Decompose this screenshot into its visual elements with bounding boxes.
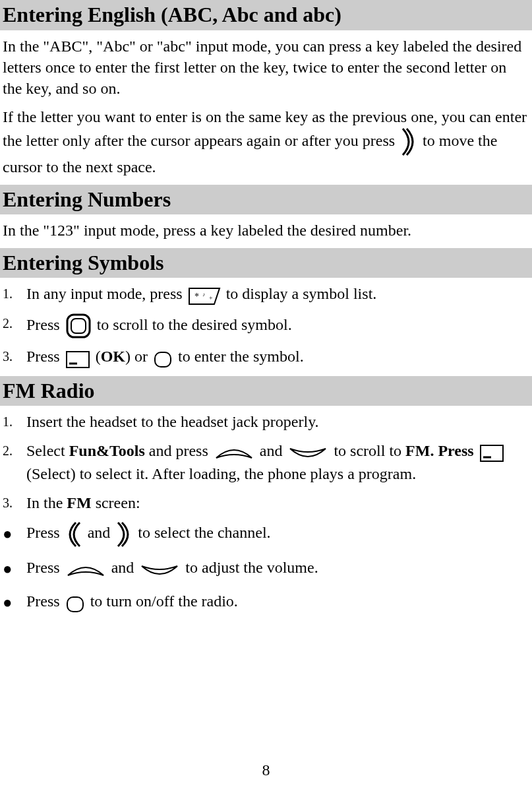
text: and — [88, 524, 115, 541]
text: and — [111, 559, 138, 576]
left-softkey-icon — [479, 441, 504, 464]
list-content: In any input mode, press * ♪ + to displa… — [26, 283, 532, 306]
section-header-english: Entering English (ABC, Abc and abc) — [0, 0, 532, 30]
svg-text:♪: ♪ — [202, 292, 205, 298]
fm-bullets: ● Press and to select the channel — [0, 521, 532, 614]
text: ) or — [125, 348, 152, 365]
list-content: In the FM screen: — [26, 492, 532, 515]
star-key-icon: * ♪ + — [188, 284, 221, 307]
para-english-2: If the letter you want to enter is on th… — [0, 106, 532, 185]
list-number: 2. — [3, 313, 26, 332]
list-item: 3. Press (OK) or to enter the symbol. — [3, 346, 532, 369]
svg-rect-10 — [67, 597, 83, 612]
right-paren-key-icon — [115, 521, 133, 548]
svg-rect-7 — [155, 352, 171, 367]
list-item: ● Press and to adjust the volume. — [3, 556, 532, 581]
list-item: 1. In any input mode, press * ♪ + to dis… — [3, 283, 532, 306]
text: and — [260, 442, 287, 459]
list-number: 3. — [3, 492, 26, 511]
para-numbers: In the "123" input mode, press a key lab… — [0, 220, 532, 247]
nav-ring-icon — [65, 313, 92, 339]
left-softkey-icon — [65, 347, 90, 369]
text: and press — [145, 442, 212, 459]
bullet-icon: ● — [3, 556, 26, 577]
list-item: 1. Insert the headset to the headset jac… — [3, 411, 532, 433]
svg-rect-4 — [71, 319, 86, 333]
text: to scroll to — [334, 442, 405, 459]
svg-text:+: + — [209, 294, 213, 302]
list-number: 1. — [3, 411, 26, 430]
svg-text:*: * — [194, 292, 199, 302]
text: Select — [26, 442, 69, 459]
svg-rect-8 — [481, 445, 503, 461]
text-bold: FM. Press — [405, 442, 474, 459]
right-paren-key-icon — [400, 127, 417, 156]
center-key-icon — [65, 591, 85, 614]
text: Press — [26, 316, 64, 333]
text-bold: Fun&Tools — [69, 442, 145, 459]
section-header-symbols: Entering Symbols — [0, 248, 532, 278]
list-content: Select Fun&Tools and press and to scroll… — [26, 440, 532, 486]
down-key-icon — [139, 558, 180, 581]
list-content: Insert the headset to the headset jack p… — [26, 411, 532, 433]
left-paren-key-icon — [65, 521, 82, 548]
bullet-icon: ● — [3, 521, 26, 542]
list-number: 3. — [3, 346, 26, 365]
up-key-icon — [214, 441, 254, 464]
list-number: 2. — [3, 440, 26, 459]
list-number: 1. — [3, 283, 26, 302]
text: to select the channel. — [138, 524, 270, 541]
section-header-numbers: Entering Numbers — [0, 185, 532, 215]
text-bold: OK — [101, 348, 125, 365]
list-item: 2. Select Fun&Tools and press and to scr… — [3, 440, 532, 486]
text — [474, 442, 478, 459]
text-bold: FM — [67, 494, 91, 511]
page-number: 8 — [0, 760, 532, 781]
text: ( — [96, 348, 101, 365]
text: (Select) to select it. After loading, th… — [26, 465, 416, 482]
text: to turn on/off the radio. — [90, 592, 238, 610]
text: to adjust the volume. — [185, 559, 318, 576]
up-key-icon — [65, 558, 106, 581]
list-content: Press and to adjust the volume. — [26, 556, 532, 581]
fm-list: 1. Insert the headset to the headset jac… — [0, 411, 532, 514]
svg-rect-5 — [67, 352, 89, 368]
list-content: Press to turn on/off the radio. — [26, 589, 532, 614]
text: Press — [26, 348, 64, 365]
list-item: 2. Press to scroll to the desired symbol… — [3, 313, 532, 339]
text: to display a symbol list. — [226, 285, 377, 302]
text: In any input mode, press — [26, 285, 187, 302]
list-content: Press (OK) or to enter the symbol. — [26, 346, 532, 369]
symbols-list: 1. In any input mode, press * ♪ + to dis… — [0, 283, 532, 369]
bullet-icon: ● — [3, 589, 26, 610]
text: Press — [26, 524, 64, 541]
text: In the — [26, 494, 67, 511]
list-item: 3. In the FM screen: — [3, 492, 532, 515]
list-content: Press to scroll to the desired symbol. — [26, 313, 532, 339]
document-page: Entering English (ABC, Abc and abc) In t… — [0, 0, 532, 614]
text: to enter the symbol. — [178, 348, 304, 365]
list-item: ● Press to turn on/off the radio. — [3, 589, 532, 614]
list-content: Press and to select the channel. — [26, 521, 532, 548]
center-key-icon — [153, 347, 173, 369]
text: Press — [26, 592, 64, 610]
down-key-icon — [287, 441, 328, 464]
text: Press — [26, 559, 64, 576]
text: screen: — [92, 494, 140, 511]
para-english-1: In the "ABC", "Abc" or "abc" input mode,… — [0, 36, 532, 106]
section-header-fm: FM Radio — [0, 376, 532, 406]
list-item: ● Press and to select the channel — [3, 521, 532, 548]
text: to scroll to the desired symbol. — [97, 316, 292, 333]
